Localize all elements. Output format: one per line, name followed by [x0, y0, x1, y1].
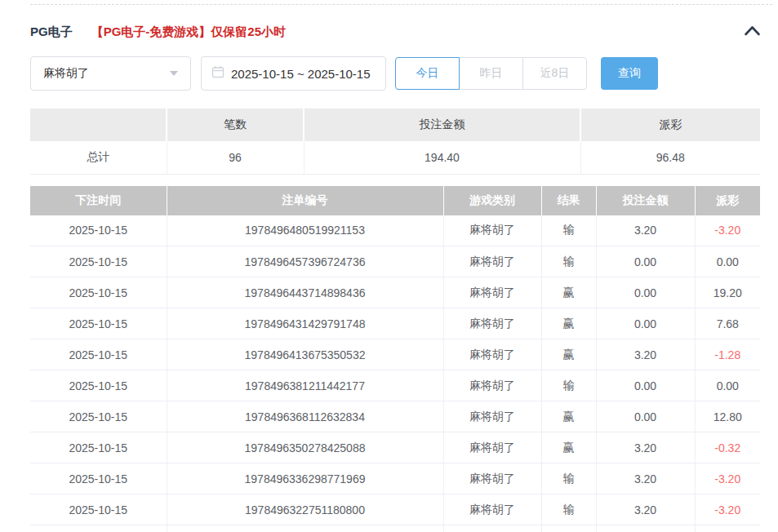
records-header-payout: 派彩: [695, 186, 760, 215]
date-range-value: 2025-10-15 ~ 2025-10-15: [231, 67, 371, 81]
table-row: 2025-10-15 1978496443714898436 麻将胡了 赢 0.…: [30, 277, 760, 308]
cell-payout: 12.80: [695, 401, 760, 432]
table-row: 2025-10-15 1978496350278425088 麻将胡了 赢 3.…: [30, 432, 760, 463]
cell-result: 输: [541, 370, 596, 401]
table-row: 麻将胡了 输: [30, 525, 760, 532]
cell-bet-amount: 3.20: [596, 215, 695, 246]
cell-order-number: 1978496431429791748: [167, 308, 443, 339]
cell-payout: -3.20: [695, 494, 760, 525]
cell-result: 赢: [541, 432, 596, 463]
quick-date-button[interactable]: 今日: [395, 57, 460, 90]
cell-result: 赢: [541, 339, 596, 370]
pg-game-records-panel: PG电子 【PG电子-免费游戏】仅保留25小时 麻将胡了: [30, 4, 772, 532]
game-select[interactable]: 麻将胡了: [30, 56, 191, 91]
cell-order-number: 1978496457396724736: [167, 246, 443, 277]
cell-bet-amount: 0.00: [596, 401, 695, 432]
summary-header-count: 笔数: [167, 109, 304, 141]
cell-bet-time: 2025-10-15: [30, 277, 167, 308]
panel-title: PG电子: [30, 24, 73, 40]
panel-header: PG电子 【PG电子-免费游戏】仅保留25小时: [30, 24, 772, 40]
table-row: 2025-10-15 1978496480519921153 麻将胡了 输 3.…: [30, 215, 760, 246]
calendar-icon: [211, 65, 225, 82]
cell-result: 输: [541, 463, 596, 494]
cell-order-number: 1978496336298771969: [167, 463, 443, 494]
cell-order-number: 1978496322751180800: [167, 494, 443, 525]
quick-date-button[interactable]: 近8日: [522, 57, 587, 90]
cell-order-number: 1978496413675350532: [167, 339, 443, 370]
cell-bet-time: 2025-10-15: [30, 215, 167, 246]
cell-game-type: 麻将胡了: [443, 308, 541, 339]
cell-order-number: 1978496350278425088: [167, 432, 443, 463]
chevron-up-icon: [744, 24, 761, 39]
collapse-button[interactable]: [744, 24, 761, 39]
cell-game-type: 麻将胡了: [443, 432, 541, 463]
summary-total-payout: 96.48: [580, 141, 760, 174]
cell-payout: 7.68: [695, 308, 760, 339]
records-header-row: 下注时间 注单编号 游戏类别 结果 投注金额 派彩: [30, 186, 760, 215]
cell-payout: -3.20: [695, 463, 760, 494]
top-dashed-divider: [30, 4, 772, 5]
records-header-game: 游戏类别: [443, 186, 541, 215]
cell-order-number: 1978496443714898436: [167, 277, 443, 308]
records-header-order: 注单编号: [167, 186, 443, 215]
table-row: 2025-10-15 1978496431429791748 麻将胡了 赢 0.…: [30, 308, 760, 339]
cell-payout: 19.20: [695, 277, 760, 308]
cell-payout: -3.20: [695, 215, 760, 246]
cell-game-type: 麻将胡了: [443, 525, 541, 532]
records-body: 2025-10-15 1978496480519921153 麻将胡了 输 3.…: [30, 215, 760, 532]
cell-game-type: 麻将胡了: [443, 494, 541, 525]
cell-bet-time: 2025-10-15: [30, 432, 167, 463]
quick-date-button[interactable]: 昨日: [459, 57, 523, 90]
summary-total-row: 总计 96 194.40 96.48: [30, 141, 760, 174]
cell-bet-time: [30, 525, 167, 532]
cell-bet-time: 2025-10-15: [30, 401, 167, 432]
cell-game-type: 麻将胡了: [443, 246, 541, 277]
cell-result: 输: [541, 494, 596, 525]
cell-result: 赢: [541, 401, 596, 432]
cell-result: 输: [541, 525, 596, 532]
cell-order-number: 1978496368112632834: [167, 401, 443, 432]
cell-payout: [695, 525, 760, 532]
records-header-bet: 投注金额: [596, 186, 695, 215]
cell-game-type: 麻将胡了: [443, 463, 541, 494]
summary-total-bet: 194.40: [304, 141, 580, 174]
cell-result: 赢: [541, 308, 596, 339]
cell-bet-amount: 3.20: [596, 339, 695, 370]
cell-result: 赢: [541, 277, 596, 308]
cell-bet-amount: 3.20: [596, 494, 695, 525]
cell-bet-time: 2025-10-15: [30, 463, 167, 494]
cell-order-number: 1978496480519921153: [167, 215, 443, 246]
cell-bet-time: 2025-10-15: [30, 246, 167, 277]
summary-header-row: 笔数 投注金额 派彩: [30, 109, 760, 141]
cell-bet-amount: 0.00: [596, 277, 695, 308]
summary-header-blank: [30, 109, 167, 141]
summary-header-bet: 投注金额: [304, 109, 580, 141]
summary-total-count: 96: [167, 141, 304, 174]
summary-total-label: 总计: [30, 141, 167, 174]
cell-bet-amount: 3.20: [596, 463, 695, 494]
panel-notice: 【PG电子-免费游戏】仅保留25小时: [91, 24, 286, 40]
cell-bet-amount: [596, 525, 695, 532]
cell-bet-amount: 0.00: [596, 370, 695, 401]
cell-bet-amount: 3.20: [596, 432, 695, 463]
records-table: 下注时间 注单编号 游戏类别 结果 投注金额 派彩 2025-10-15 197…: [30, 186, 760, 532]
search-button[interactable]: 查询: [601, 57, 658, 90]
table-row: 2025-10-15 1978496413675350532 麻将胡了 赢 3.…: [30, 339, 760, 370]
records-header-result: 结果: [541, 186, 596, 215]
cell-bet-amount: 0.00: [596, 246, 695, 277]
table-row: 2025-10-15 1978496336298771969 麻将胡了 输 3.…: [30, 463, 760, 494]
cell-game-type: 麻将胡了: [443, 401, 541, 432]
quick-date-button-group: 今日昨日近8日: [395, 57, 587, 90]
game-select-value: 麻将胡了: [43, 66, 89, 81]
cell-payout: -0.32: [695, 432, 760, 463]
cell-payout: -1.28: [695, 339, 760, 370]
table-row: 2025-10-15 1978496457396724736 麻将胡了 输 0.…: [30, 246, 760, 277]
cell-game-type: 麻将胡了: [443, 215, 541, 246]
cell-bet-time: 2025-10-15: [30, 308, 167, 339]
cell-order-number: [167, 525, 443, 532]
cell-result: 输: [541, 215, 596, 246]
summary-table: 笔数 投注金额 派彩 总计 96 194.40 96.48: [30, 109, 760, 175]
summary-header-payout: 派彩: [580, 109, 760, 141]
table-row: 2025-10-15 1978496322751180800 麻将胡了 输 3.…: [30, 494, 760, 525]
date-range-input[interactable]: 2025-10-15 ~ 2025-10-15: [201, 56, 386, 91]
